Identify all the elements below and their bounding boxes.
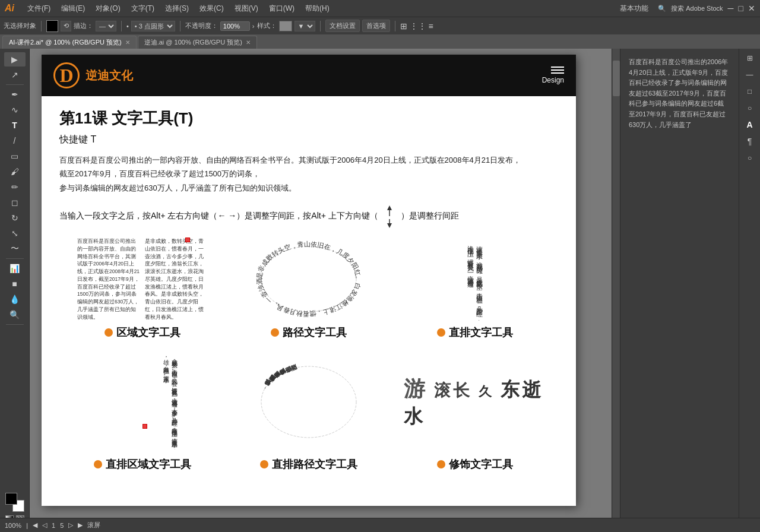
- prev-page-btn-2[interactable]: ◁: [42, 521, 47, 529]
- area-text-columns: 百度百科是百度公司推出的一部内容开放、自由的网络百科全书平台，其测试版于2006…: [77, 238, 208, 321]
- tools-grid-bottom: 非成败转头空，青山依旧在。风云际会，惯看秋月春风。一壶浊酒喜相逢，古今多少事，几…: [59, 352, 558, 471]
- area-col-1: 百度百科是百度公司推出的一部内容开放、自由的网络百科全书平台，其测试版于2006…: [77, 238, 140, 321]
- warp-tool[interactable]: 〜: [4, 242, 26, 256]
- area-label-text: 区域文字工具: [116, 325, 180, 340]
- toolbar-sep-5: [395, 21, 395, 31]
- design-label: Design: [542, 76, 564, 84]
- eyedropper-tool[interactable]: 💧: [4, 292, 26, 306]
- menu-text[interactable]: 文字(T): [126, 2, 159, 15]
- doc-content: 第11课 文字工具(T) 快捷键 T 百度百科是百度公司推出的一部内容开放、自由…: [42, 96, 576, 483]
- blend-label: 描边：: [74, 21, 93, 30]
- gradient-tool[interactable]: ■: [4, 277, 26, 291]
- menu-right: 基本功能 🔍 搜索 Adobe Stock ─ □ ✕: [615, 2, 755, 15]
- style-swatch[interactable]: [279, 21, 292, 31]
- mini-btn-5[interactable]: A: [742, 118, 758, 132]
- restore-button[interactable]: □: [739, 4, 743, 13]
- style-select[interactable]: ▼: [294, 21, 315, 31]
- mini-btn-6[interactable]: ¶: [742, 134, 758, 148]
- decoration-label: 修饰文字工具: [437, 457, 513, 471]
- foreground-color[interactable]: [5, 493, 17, 505]
- tab-1-close[interactable]: ✕: [246, 39, 251, 46]
- tab-0-close[interactable]: ✕: [125, 39, 130, 46]
- direct-select-tool[interactable]: ↗: [4, 68, 26, 82]
- vertical-tool-label: 直排文字工具: [437, 325, 513, 340]
- menu-effect[interactable]: 效果(C): [195, 2, 229, 15]
- vertical-area-demo: 非成败转头空，青山依旧在。风云际会，惯看秋月春风。一壶浊酒喜相逢，古今多少事，几…: [71, 352, 214, 452]
- menu-view[interactable]: 视图(V): [230, 2, 263, 15]
- color-squares[interactable]: [5, 493, 24, 512]
- right-panel-text: 百度百科是百度公司推出的2006年4月20日上线，正式版年9月，百度百科已经收录…: [624, 52, 735, 135]
- vertical-area-content: 非成败转头空，青山依旧在。风云际会，惯看秋月春风。一壶浊酒喜相逢，古今多少事，几…: [107, 354, 178, 449]
- tool-sep-1: [6, 84, 24, 85]
- eraser-tool[interactable]: ◻: [4, 195, 26, 210]
- desc-line-3: 参与词条编辑的网友超过630万人，几乎涵盖了所有已知的知识领域。: [59, 183, 296, 192]
- opacity-arrow[interactable]: ›: [252, 23, 255, 30]
- pencil-tool[interactable]: ✏: [4, 180, 26, 194]
- stroke-type-btn[interactable]: ⟲: [61, 21, 71, 31]
- select-tool[interactable]: ▶: [4, 52, 26, 66]
- hamburger-line-2: [551, 69, 564, 71]
- decoration-demo: 游 滚长 久 东逝水: [404, 352, 546, 452]
- rect-tool[interactable]: ▭: [4, 149, 26, 163]
- point-type-select[interactable]: • 3 点圆形: [131, 21, 175, 31]
- mini-btn-1[interactable]: ⊞: [742, 51, 758, 65]
- rotate-tool[interactable]: ↻: [4, 211, 26, 225]
- menu-window[interactable]: 窗口(W): [264, 2, 299, 15]
- extra-icon[interactable]: ⋮⋮: [410, 21, 426, 31]
- mini-btn-2[interactable]: —: [742, 68, 758, 82]
- menu-help[interactable]: 帮助(H): [300, 2, 334, 15]
- line-tool[interactable]: /: [4, 134, 26, 148]
- toolbar-sep-1: [41, 21, 42, 31]
- scale-tool[interactable]: ⤡: [4, 226, 26, 240]
- stroke-color-swatch[interactable]: [46, 20, 58, 32]
- scroll-thumb[interactable]: [613, 61, 620, 96]
- v-path-label-text: 直排路径文字工具: [272, 457, 357, 471]
- tab-0[interactable]: AI-课件2.ai* @ 100% (RGB/GPU 预览) ✕: [2, 36, 137, 49]
- minimize-button[interactable]: ─: [728, 4, 734, 13]
- path-tool-label: 路径文字工具: [271, 325, 347, 340]
- tab-1[interactable]: 逆迪.ai @ 100% (RGB/GPU 预览) ✕: [138, 36, 257, 49]
- hamburger-line-1: [551, 66, 564, 68]
- curvature-tool[interactable]: ∿: [4, 103, 26, 117]
- mini-btn-7[interactable]: ○: [742, 151, 758, 165]
- pen-tool[interactable]: ✒: [4, 87, 26, 102]
- hamburger-icon[interactable]: [542, 66, 564, 74]
- page-total: 5: [60, 522, 64, 529]
- path-label-text: 路径文字工具: [283, 325, 347, 340]
- right-text-area: 百度百科是百度公司推出的2006年4月20日上线，正式版年9月，百度百科已经收录…: [620, 49, 739, 532]
- next-page-btn[interactable]: ▷: [68, 521, 73, 529]
- tools-grid: 百度百科是百度公司推出的一部内容开放、自由的网络百科全书平台，其测试版于2006…: [59, 238, 558, 340]
- menu-edit[interactable]: 编辑(E): [56, 2, 90, 15]
- mini-btn-3[interactable]: □: [742, 84, 758, 99]
- doc-settings-btn[interactable]: 文档设置: [325, 20, 360, 32]
- next-page-btn-2[interactable]: ▶: [78, 521, 83, 529]
- toolbar-sep-4: [320, 21, 321, 31]
- menu-object[interactable]: 对象(O): [91, 2, 125, 15]
- no-selection-label: 无选择对象: [4, 21, 36, 30]
- area-tool-label: 区域文字工具: [104, 325, 180, 340]
- text-tool[interactable]: T: [4, 118, 26, 132]
- graph-tool[interactable]: 📊: [4, 261, 26, 276]
- blend-select[interactable]: —: [96, 21, 116, 31]
- vertical-dot: [437, 328, 445, 337]
- right-mini-tools: ⊞ — □ ○ A ¶ ○: [739, 49, 760, 532]
- menu-select[interactable]: 选择(S): [160, 2, 194, 15]
- prefs-btn[interactable]: 首选项: [362, 20, 390, 32]
- zoom-tool[interactable]: 🔍: [4, 308, 26, 322]
- lesson-title: 第11课 文字工具(T): [59, 108, 558, 129]
- menu-icon[interactable]: ≡: [429, 21, 433, 31]
- prev-page-btn[interactable]: ◀: [33, 521, 37, 529]
- area-text-example: 百度百科是百度公司推出的一部内容开放、自由的网络百科全书平台，其测试版于2006…: [59, 238, 226, 340]
- search-stock[interactable]: 搜索 Adobe Stock: [671, 4, 723, 13]
- canvas-area[interactable]: D 逆迪文化 Design 第11课 文字工具(T) 快捷键 T: [30, 49, 620, 532]
- v-scrollbar[interactable]: [612, 49, 620, 532]
- arrange-icon[interactable]: ⊞: [400, 21, 407, 31]
- mini-btn-4[interactable]: ○: [742, 101, 758, 115]
- close-button[interactable]: ✕: [748, 4, 755, 13]
- menu-file[interactable]: 文件(F): [23, 2, 55, 15]
- workspace-mode[interactable]: 基本功能: [615, 2, 653, 15]
- opacity-input[interactable]: [220, 21, 250, 31]
- paintbrush-tool[interactable]: 🖌: [4, 164, 26, 179]
- path-dot: [271, 328, 279, 337]
- vertical-area-anchor: [142, 424, 147, 429]
